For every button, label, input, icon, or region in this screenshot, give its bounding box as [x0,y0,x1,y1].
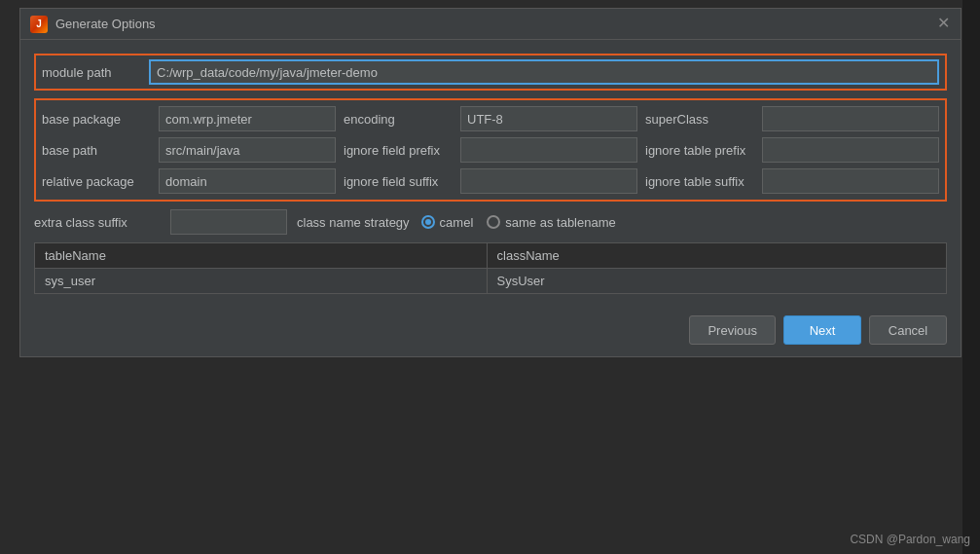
ignore-table-prefix-label: ignore table prefix [645,143,762,158]
extra-class-suffix-label: extra class suffix [34,215,161,230]
close-button[interactable]: ✕ [935,17,951,32]
radio-group: camel same as tablename [421,215,616,230]
encoding-cell: encoding [344,106,637,131]
module-path-label: module path [42,65,149,80]
super-class-label: superClass [645,112,762,127]
col-table-name: tableName [35,243,488,269]
dialog-footer: Previous Next Cancel [20,308,961,356]
module-path-input[interactable] [149,59,939,85]
base-package-input[interactable] [159,106,336,131]
cell-class-name: SysUser [487,269,946,294]
radio-camel[interactable]: camel [421,215,474,230]
dialog-content: module path base package encoding superC… [20,40,961,308]
ignore-table-suffix-label: ignore table suffix [645,174,762,189]
ignore-table-prefix-cell: ignore table prefix [645,137,939,163]
col-class-name: className [487,243,946,269]
super-class-cell: superClass [645,106,939,131]
relative-package-cell: relative package [42,168,336,194]
module-path-row: module path [34,54,947,91]
ignore-table-prefix-input[interactable] [762,137,939,163]
ignore-field-suffix-label: ignore field suffix [344,174,460,189]
dialog-title: Generate Options [55,17,156,31]
generate-options-dialog: J Generate Options ✕ module path base pa… [19,8,962,357]
encoding-label: encoding [344,112,460,127]
base-path-cell: base path [42,137,336,163]
relative-package-label: relative package [42,174,159,189]
ignore-field-prefix-cell: ignore field prefix [344,137,637,163]
next-button[interactable]: Next [783,315,861,345]
radio-same-label: same as tablename [505,215,615,230]
base-package-cell: base package [42,106,336,131]
dialog-title-left: J Generate Options [30,16,156,33]
grid-row-1: base package encoding superClass [42,106,939,131]
ignore-table-suffix-cell: ignore table suffix [645,168,939,194]
grid-row-2: base path ignore field prefix ignore tab… [42,137,939,163]
ignore-field-suffix-input[interactable] [460,168,637,194]
radio-same-as-tablename[interactable]: same as tablename [487,215,615,230]
base-path-label: base path [42,143,159,158]
extra-class-suffix-input[interactable] [170,209,287,235]
data-table: tableName className sys_user SysUser [34,242,947,294]
relative-package-input[interactable] [159,168,336,194]
grid-row-3: relative package ignore field suffix ign… [42,168,939,194]
previous-button[interactable]: Previous [689,315,776,345]
ignore-field-prefix-input[interactable] [460,137,637,163]
table-row: sys_user SysUser [35,269,947,294]
radio-camel-label: camel [440,215,474,230]
class-name-strategy-label: class name strategy [297,215,410,230]
cell-table-name: sys_user [35,269,488,294]
radio-same-circle[interactable] [487,215,500,229]
dialog-titlebar: J Generate Options ✕ [20,9,961,40]
extra-row: extra class suffix class name strategy c… [34,209,947,235]
base-path-input[interactable] [159,137,336,163]
cancel-button[interactable]: Cancel [869,315,947,345]
class-name-strategy: class name strategy camel same as tablen… [297,215,947,230]
ignore-field-prefix-label: ignore field prefix [344,143,460,158]
encoding-input[interactable] [460,106,637,131]
fields-grid: base package encoding superClass base pa… [34,98,947,202]
watermark: CSDN @Pardon_wang [850,533,970,546]
radio-camel-circle[interactable] [421,215,435,229]
app-icon: J [30,16,48,33]
super-class-input[interactable] [762,106,939,131]
ignore-field-suffix-cell: ignore field suffix [344,168,637,194]
ignore-table-suffix-input[interactable] [762,168,939,194]
base-package-label: base package [42,112,159,127]
